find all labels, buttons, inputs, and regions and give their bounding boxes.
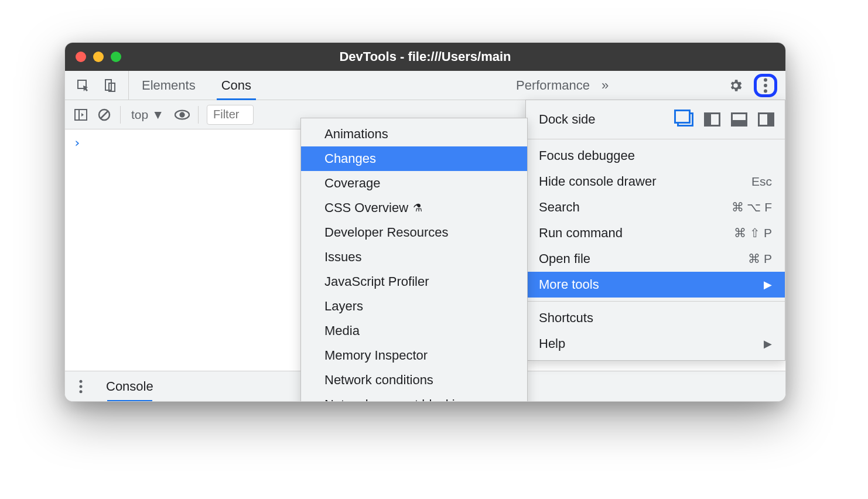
dock-right-icon[interactable] (758, 112, 774, 127)
tab-performance[interactable]: Performance (516, 78, 594, 93)
svg-point-14 (79, 390, 82, 393)
menu-label: Open file (539, 251, 590, 266)
submenu-issues[interactable]: Issues (301, 245, 527, 269)
submenu-label: CSS Overview (324, 200, 408, 216)
dock-undock-icon[interactable] (677, 112, 693, 127)
settings-icon[interactable] (728, 78, 743, 93)
clear-console-icon[interactable] (97, 107, 112, 122)
window-maximize-button[interactable] (111, 52, 121, 62)
device-toolbar-icon[interactable] (102, 78, 118, 93)
svg-line-9 (101, 111, 108, 118)
menu-search[interactable]: Search ⌘ ⌥ F (526, 194, 785, 220)
submenu-network-conditions[interactable]: Network conditions (301, 368, 527, 392)
svg-point-3 (764, 78, 767, 81)
more-tools-submenu: Animations Changes Coverage CSS Overview… (300, 118, 528, 402)
drawer-tab-console[interactable]: Console (99, 371, 160, 401)
drawer-kebab-icon[interactable] (73, 379, 88, 394)
dock-left-icon[interactable] (704, 112, 720, 127)
tab-elements[interactable]: Elements (129, 71, 209, 100)
shortcut-label: ⌘ ⇧ P (734, 226, 772, 240)
submenu-media[interactable]: Media (301, 319, 527, 343)
svg-point-13 (79, 385, 82, 388)
main-menu: Dock side Focus debuggee Hide console dr… (525, 100, 785, 361)
svg-rect-6 (75, 110, 87, 120)
submenu-memory-inspector[interactable]: Memory Inspector (301, 343, 527, 368)
tabs-overflow[interactable]: » (594, 78, 616, 93)
more-options-button[interactable] (754, 74, 777, 97)
console-sidebar-toggle-icon[interactable] (73, 107, 88, 122)
shortcut-label: Esc (751, 175, 772, 189)
tabbar-right (720, 74, 785, 97)
divider (120, 106, 121, 124)
titlebar: DevTools - file:///Users/main (65, 43, 785, 71)
menu-open-file[interactable]: Open file ⌘ P (526, 246, 785, 272)
dock-icons (677, 112, 774, 127)
dropdown-triangle-icon: ▼ (152, 108, 164, 122)
window-title: DevTools - file:///Users/main (65, 49, 785, 64)
submenu-arrow-icon: ▶ (764, 278, 772, 291)
tabbar-left-tools (65, 71, 129, 100)
svg-point-5 (764, 89, 767, 93)
svg-point-4 (764, 84, 767, 87)
menu-more-tools[interactable]: More tools ▶ (526, 272, 785, 298)
live-expression-icon[interactable] (175, 107, 190, 122)
menu-label: Search (539, 200, 580, 215)
submenu-network-request-blocking[interactable]: Network request blocking (301, 392, 527, 402)
submenu-layers[interactable]: Layers (301, 294, 527, 319)
panel-tabs: Elements Cons (129, 71, 264, 100)
menu-label: Shortcuts (539, 310, 593, 326)
submenu-changes[interactable]: Changes (301, 146, 527, 171)
dock-side-row: Dock side (526, 104, 785, 135)
window-close-button[interactable] (76, 52, 86, 62)
menu-hide-console-drawer[interactable]: Hide console drawer Esc (526, 169, 785, 194)
menu-label: Run command (539, 225, 623, 241)
submenu-animations[interactable]: Animations (301, 122, 527, 146)
filter-input[interactable] (207, 105, 254, 125)
window-minimize-button[interactable] (93, 52, 104, 62)
divider (198, 106, 199, 124)
submenu-javascript-profiler[interactable]: JavaScript Profiler (301, 269, 527, 294)
context-selector[interactable]: top ▼ (129, 108, 166, 122)
dock-side-label: Dock side (539, 112, 596, 127)
menu-label: Hide console drawer (539, 174, 657, 189)
shortcut-label: ⌘ ⌥ F (732, 200, 773, 214)
experimental-flask-icon: ⚗ (413, 201, 422, 214)
submenu-coverage[interactable]: Coverage (301, 171, 527, 196)
menu-shortcuts[interactable]: Shortcuts (526, 305, 785, 331)
menu-run-command[interactable]: Run command ⌘ ⇧ P (526, 220, 785, 246)
menu-label: Focus debuggee (539, 148, 635, 163)
shortcut-label: ⌘ P (748, 252, 772, 266)
menu-focus-debuggee[interactable]: Focus debuggee (526, 143, 785, 169)
menu-label: More tools (539, 277, 599, 292)
svg-point-12 (79, 380, 82, 382)
devtools-window: DevTools - file:///Users/main Elements C… (64, 42, 786, 402)
menu-help[interactable]: Help ▶ (526, 331, 785, 357)
tabbar: Elements Cons Performance » (65, 71, 785, 100)
tab-console[interactable]: Cons (209, 71, 264, 100)
submenu-developer-resources[interactable]: Developer Resources (301, 220, 527, 245)
submenu-css-overview[interactable]: CSS Overview ⚗ (301, 196, 527, 220)
svg-point-11 (179, 112, 184, 117)
context-label: top (131, 108, 148, 122)
traffic-lights (76, 52, 121, 62)
submenu-arrow-icon: ▶ (764, 337, 772, 350)
menu-label: Help (539, 336, 565, 351)
dock-bottom-icon[interactable] (731, 112, 747, 127)
inspect-element-icon[interactable] (76, 78, 91, 93)
